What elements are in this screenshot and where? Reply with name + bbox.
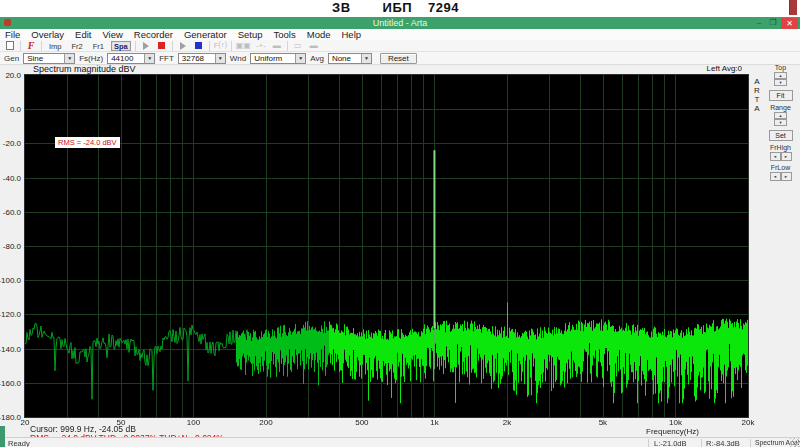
menu-help[interactable]: Help	[341, 29, 361, 40]
status-separator	[701, 439, 702, 447]
toolbar-separator	[172, 41, 173, 51]
menu-overlay[interactable]: Overlay	[31, 29, 64, 40]
chart-title: Spectrum magnitude dBV	[33, 64, 136, 74]
x-tick-label: 10k	[669, 418, 682, 427]
top-label: Top	[762, 64, 799, 71]
menu-bar: File Overlay Edit View Recorder Generato…	[0, 29, 800, 40]
status-left-level: L:-21.0dB	[654, 439, 687, 447]
y-tick-label: -100.0	[0, 276, 21, 285]
y-tick-label: -180.0	[0, 413, 21, 422]
arrow-right-icon[interactable]: ►	[781, 152, 792, 161]
wnd-label: Wnd	[230, 54, 246, 63]
y-tick-label: -140.0	[0, 345, 21, 354]
fft-record-icon[interactable]: F⒭	[214, 41, 227, 51]
fs-label: Fs(Hz)	[79, 54, 103, 63]
menu-recorder[interactable]: Recorder	[134, 29, 173, 40]
mode-spa-button[interactable]: Spa	[111, 41, 131, 51]
y-tick-label: -20.0	[3, 139, 21, 148]
spin-down-icon[interactable]: ▼	[774, 119, 787, 126]
sample-rate-select[interactable]: 44100 ▼	[107, 53, 155, 64]
menu-generator[interactable]: Generator	[184, 29, 227, 40]
menu-mode[interactable]: Mode	[307, 29, 331, 40]
play-secondary-icon[interactable]	[177, 41, 189, 51]
background-window-sliver-top	[789, 0, 797, 15]
doc-token-1: ЗВ	[332, 0, 351, 15]
fr-low-scroll[interactable]: ◄►	[770, 172, 792, 181]
x-tick-label: 20k	[742, 418, 755, 427]
chart-area: Spectrum magnitude dBV Left Avg:0 20.00.…	[0, 65, 800, 447]
chevron-down-icon[interactable]: ▼	[144, 54, 154, 63]
y-tick-label: -120.0	[0, 310, 21, 319]
new-file-icon[interactable]	[4, 41, 16, 51]
fr-high-label: FrHigh	[762, 144, 799, 151]
averaging-value: None	[329, 54, 361, 63]
toolbar-separator	[20, 41, 21, 51]
maximize-button[interactable]: ❐	[766, 18, 780, 28]
mode-imp-button[interactable]: Imp	[46, 41, 65, 51]
status-bar: Ready L:-21.0dB R:-84.3dB Spectrum Analy…	[0, 437, 800, 447]
toolbar-separator	[287, 41, 288, 51]
status-separator	[750, 439, 751, 447]
spin-up-icon[interactable]: ▲	[774, 112, 787, 119]
menu-edit[interactable]: Edit	[75, 29, 91, 40]
background-window-sliver-bottom	[0, 426, 5, 447]
toolbar-separator	[41, 41, 42, 51]
averaging-select[interactable]: None ▼	[328, 53, 372, 64]
y-tick-label: -60.0	[3, 208, 21, 217]
mode-fr2-button[interactable]: Fr2	[69, 41, 86, 51]
chevron-down-icon[interactable]: ▼	[64, 54, 74, 63]
play-icon[interactable]	[140, 41, 152, 51]
minimize-button[interactable]: –	[752, 18, 766, 28]
stop-icon[interactable]	[193, 41, 205, 51]
side-panel: Top ▲▼ Fit Range ▲▼ Set FrHigh ◄► FrLow …	[762, 61, 799, 181]
fr-high-scroll[interactable]: ◄►	[770, 152, 792, 161]
window-select[interactable]: Uniform ▼	[250, 53, 306, 64]
fft-label: FFT	[159, 54, 174, 63]
top-spinner[interactable]: ▲▼	[774, 72, 787, 86]
window-title: Untitled - Arta	[0, 18, 800, 28]
chevron-down-icon[interactable]: ▼	[215, 54, 225, 63]
toolbar-separator	[209, 41, 210, 51]
reset-button[interactable]: Reset	[380, 53, 417, 64]
resize-grip[interactable]	[790, 438, 799, 447]
record-icon[interactable]	[156, 41, 168, 51]
range-label: Range	[762, 104, 799, 111]
chevron-down-icon[interactable]: ▼	[295, 54, 305, 63]
disabled-marker-icon: -+-	[255, 41, 267, 51]
channel-average-readout: Left Avg:0	[660, 64, 742, 73]
favorite-f-icon[interactable]: F	[25, 41, 37, 51]
arrow-right-icon[interactable]: ►	[781, 172, 792, 181]
fft-size-value: 32768	[179, 54, 215, 63]
close-button[interactable]: ✕	[781, 18, 798, 29]
menu-file[interactable]: File	[5, 29, 20, 40]
gen-label: Gen	[4, 54, 19, 63]
toolbar-separator	[231, 41, 232, 51]
generator-type-select[interactable]: Sine ▼	[23, 53, 75, 64]
doc-token-2: ИБП	[383, 0, 413, 15]
menu-tools[interactable]: Tools	[274, 29, 296, 40]
doc-token-3: 7294	[428, 0, 459, 15]
menu-setup[interactable]: Setup	[238, 29, 263, 40]
arrow-left-icon[interactable]: ◄	[770, 152, 781, 161]
y-tick-label: -160.0	[0, 379, 21, 388]
fft-size-select[interactable]: 32768 ▼	[178, 53, 226, 64]
spectrum-plot[interactable]	[25, 75, 748, 417]
arrow-left-icon[interactable]: ◄	[770, 172, 781, 181]
menu-view[interactable]: View	[102, 29, 122, 40]
y-tick-label: -80.0	[3, 242, 21, 251]
fit-button[interactable]: Fit	[769, 90, 793, 101]
mode-fr1-button[interactable]: Fr1	[90, 41, 107, 51]
x-tick-label: 500	[355, 418, 368, 427]
chevron-down-icon[interactable]: ▼	[361, 54, 371, 63]
x-tick-label: 20	[21, 418, 30, 427]
generator-type-value: Sine	[24, 54, 64, 63]
set-button[interactable]: Set	[769, 130, 793, 141]
status-right-level: R:-84.3dB	[706, 439, 740, 447]
disabled-cal-icon: ▭	[292, 41, 304, 51]
range-spinner[interactable]: ▲▼	[774, 112, 787, 126]
x-tick-label: 2k	[503, 418, 511, 427]
spin-up-icon[interactable]: ▲	[774, 72, 787, 79]
x-tick-label: 5k	[599, 418, 607, 427]
outer-document-text: ЗВИБП7294	[332, 0, 459, 15]
spin-down-icon[interactable]: ▼	[774, 79, 787, 86]
